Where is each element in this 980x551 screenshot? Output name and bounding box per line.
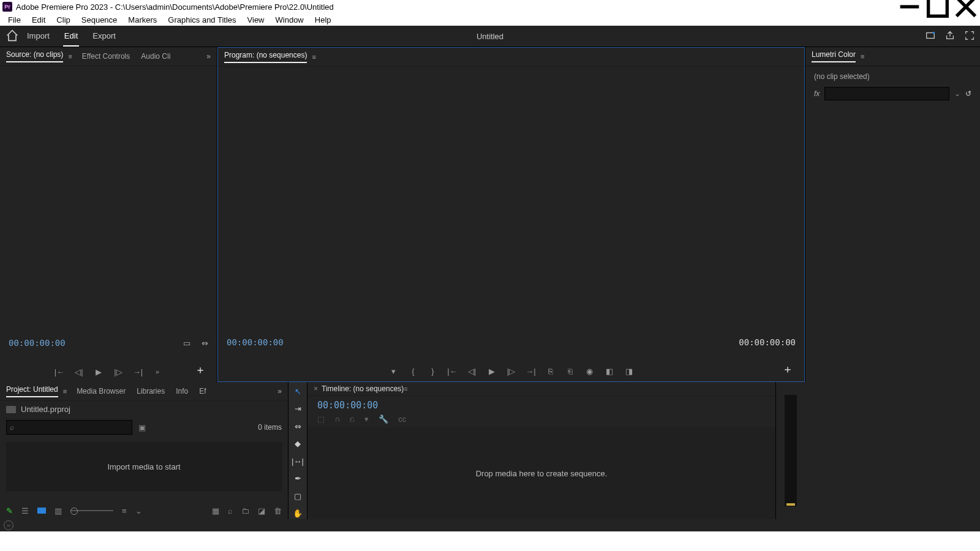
creative-cloud-icon[interactable]: ∞ <box>4 520 13 530</box>
lumetri-menu-icon[interactable]: ≡ <box>861 53 863 60</box>
tab-export[interactable]: Export <box>91 26 117 47</box>
tab-import[interactable]: Import <box>26 26 51 47</box>
tab-program[interactable]: Program: (no sequences) <box>224 51 307 63</box>
insert-mode-icon[interactable]: ⬚ <box>317 414 325 424</box>
tab-media-browser[interactable]: Media Browser <box>77 387 126 395</box>
minimize-button[interactable] <box>895 0 924 13</box>
source-overflow2-icon[interactable]: » <box>152 366 163 377</box>
close-button[interactable] <box>952 0 980 13</box>
list-view-icon[interactable]: ☰ <box>21 506 29 515</box>
tab-effects[interactable]: Ef <box>199 387 206 395</box>
step-back-icon[interactable]: ◁| <box>74 366 85 377</box>
goto-in-icon[interactable]: |← <box>54 366 65 377</box>
snap-icon[interactable]: ∩ <box>334 414 340 424</box>
menu-clip[interactable]: Clip <box>51 14 75 26</box>
razor-tool-icon[interactable]: ◆ <box>292 438 304 450</box>
quick-export-icon[interactable] <box>925 30 936 43</box>
prog-play-icon[interactable]: ▶ <box>486 365 497 377</box>
settings-icon[interactable]: ◨ <box>624 365 635 377</box>
play-icon[interactable]: ▶ <box>93 366 104 377</box>
menubar: File Edit Clip Sequence Markers Graphics… <box>0 13 980 26</box>
home-button[interactable] <box>5 28 20 45</box>
in-bracket-icon[interactable]: { <box>408 365 419 377</box>
timeline-close-icon[interactable]: × <box>314 384 318 393</box>
source-overflow-icon[interactable]: » <box>206 52 211 61</box>
camera-icon[interactable]: ◉ <box>584 365 595 377</box>
tab-lumetri[interactable]: Lumetri Color <box>812 50 856 62</box>
fit-icon[interactable]: ▭ <box>183 339 190 348</box>
compare-icon[interactable]: ◧ <box>604 365 615 377</box>
ripple-tool-icon[interactable]: ⇔ <box>292 421 304 432</box>
menu-file[interactable]: File <box>2 14 26 26</box>
project-drop-area[interactable]: Import media to start <box>6 442 282 491</box>
prog-step-back-icon[interactable]: ◁| <box>467 365 478 377</box>
hand-tool-icon[interactable]: ✋ <box>292 508 304 520</box>
program-add-button-icon[interactable]: ＋ <box>782 362 793 377</box>
lumetri-preset-chevron-icon[interactable]: ⌄ <box>954 89 960 98</box>
sort-icon[interactable]: ≡ <box>122 506 127 515</box>
goto-out-icon[interactable]: →| <box>132 366 143 377</box>
menu-graphics[interactable]: Graphics and Titles <box>162 14 241 26</box>
project-search-input[interactable] <box>6 420 132 435</box>
pen-tool-icon[interactable]: ✒ <box>292 473 304 485</box>
fullscreen-icon[interactable] <box>964 30 975 43</box>
selection-tool-icon[interactable]: ↖ <box>292 386 304 397</box>
thumbnail-size-slider[interactable] <box>70 510 113 511</box>
timeline-timecode[interactable]: 00:00:00:00 <box>307 396 775 414</box>
project-overflow-icon[interactable]: » <box>277 387 282 395</box>
source-menu-icon[interactable]: ≡ <box>68 53 70 60</box>
menu-edit[interactable]: Edit <box>26 14 51 26</box>
source-timecode[interactable]: 00:00:00:00 <box>9 338 66 348</box>
prog-goto-out-icon[interactable]: →| <box>526 365 537 377</box>
tab-audio-clip[interactable]: Audio Cli <box>141 52 170 61</box>
caption-icon[interactable]: cc <box>398 414 406 424</box>
freeform-view-icon[interactable]: ▥ <box>55 506 62 515</box>
tab-project[interactable]: Project: Untitled <box>6 385 58 397</box>
automate-icon[interactable]: ▦ <box>212 506 219 515</box>
wrench-icon[interactable]: 🔧 <box>379 414 388 424</box>
prog-step-fwd-icon[interactable]: |▷ <box>506 365 517 377</box>
menu-markers[interactable]: Markers <box>123 14 162 26</box>
resolution-icon[interactable]: ⇔ <box>202 339 208 348</box>
prog-goto-in-icon[interactable]: |← <box>447 365 458 377</box>
marker-icon[interactable]: ▾ <box>364 414 369 424</box>
lumetri-reset-icon[interactable]: ↺ <box>965 89 971 98</box>
program-timecode-left[interactable]: 00:00:00:00 <box>227 337 284 347</box>
extract-icon[interactable]: ⎗ <box>565 365 576 377</box>
menu-window[interactable]: Window <box>270 14 309 26</box>
icon-view-icon[interactable] <box>37 508 46 514</box>
tab-edit[interactable]: Edit <box>63 26 79 47</box>
timeline-menu-icon[interactable]: ≡ <box>404 385 406 392</box>
tab-source[interactable]: Source: (no clips) <box>6 50 63 62</box>
tab-libraries[interactable]: Libraries <box>137 387 165 395</box>
timeline-drop-area[interactable]: Drop media here to create sequence. <box>307 427 775 519</box>
tab-timeline[interactable]: Timeline: (no sequences) <box>322 384 404 393</box>
program-menu-icon[interactable]: ≡ <box>312 53 314 61</box>
source-add-button-icon[interactable]: ＋ <box>195 362 206 377</box>
track-select-tool-icon[interactable]: ⇥ <box>292 403 304 415</box>
new-bin-icon[interactable]: ▣ <box>138 423 146 432</box>
find-icon[interactable]: ⌕ <box>228 506 233 515</box>
step-fwd-icon[interactable]: |▷ <box>113 366 124 377</box>
lumetri-preset-select[interactable] <box>824 87 949 100</box>
tab-info[interactable]: Info <box>176 387 188 395</box>
write-mode-icon[interactable]: ✎ <box>6 506 13 515</box>
sort-chevron-icon[interactable]: ⌄ <box>135 506 142 515</box>
rectangle-tool-icon[interactable]: ▢ <box>292 490 304 502</box>
maximize-button[interactable] <box>924 0 952 13</box>
out-bracket-icon[interactable]: } <box>428 365 439 377</box>
tab-effect-controls[interactable]: Effect Controls <box>82 52 130 61</box>
menu-view[interactable]: View <box>242 14 270 26</box>
right-bottom-spacer <box>805 382 980 519</box>
mark-in-icon[interactable]: ▾ <box>388 365 399 377</box>
slip-tool-icon[interactable]: |↔| <box>292 455 304 467</box>
menu-help[interactable]: Help <box>309 14 337 26</box>
new-folder-icon[interactable]: 🗀 <box>241 506 249 515</box>
new-item-icon[interactable]: ◪ <box>258 506 265 515</box>
lift-icon[interactable]: ⎘ <box>545 365 556 377</box>
trash-icon[interactable]: 🗑 <box>274 506 282 515</box>
project-menu-icon[interactable]: ≡ <box>63 388 66 395</box>
linked-selection-icon[interactable]: ⎌ <box>350 414 355 424</box>
menu-sequence[interactable]: Sequence <box>76 14 123 26</box>
share-icon[interactable] <box>944 30 956 43</box>
